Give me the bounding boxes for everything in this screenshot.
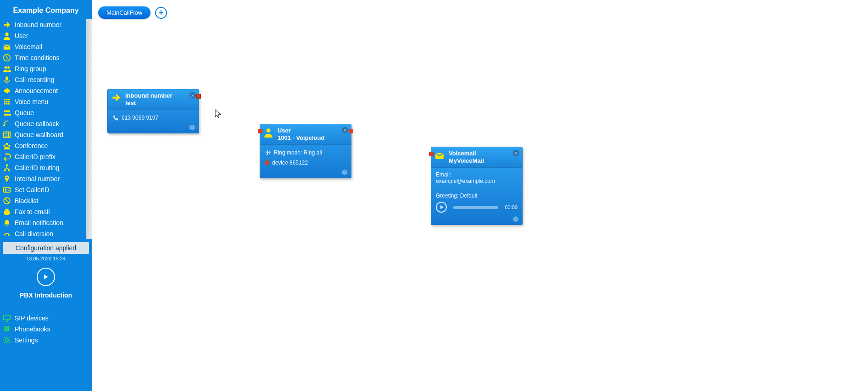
- sidebar-item-ring-group[interactable]: Ring group: [0, 63, 92, 74]
- sidebar-item-call-diversion[interactable]: Call diversion: [0, 228, 92, 239]
- voicemail-play-button[interactable]: [436, 202, 447, 213]
- sidebar-item-inbound-number[interactable]: Inbound number: [0, 19, 92, 30]
- node-title: User: [278, 127, 324, 134]
- node-subtitle: test: [125, 99, 172, 107]
- sidebar-item-blacklist[interactable]: Blacklist: [0, 195, 92, 206]
- node-settings-button[interactable]: [511, 215, 520, 224]
- sidebar-item-conference[interactable]: Conference: [0, 140, 92, 151]
- outgoing-icon: [3, 153, 11, 161]
- config-timestamp: 13.05.2020 15:24: [0, 256, 92, 261]
- sidebar-item-label: User: [15, 31, 28, 40]
- sidebar-item-label: Queue: [15, 108, 34, 117]
- flow-edges: [92, 0, 229, 69]
- sidebar-item-time-conditions[interactable]: Time conditions: [0, 52, 92, 63]
- sidebar-item-announcement[interactable]: Announcement: [0, 85, 92, 96]
- voicemail-greeting: Greeting: Default: [436, 193, 517, 199]
- sidebar-item-label: Phonebooks: [15, 325, 50, 333]
- sidebar: Example Company Inbound numberUserVoicem…: [0, 0, 92, 391]
- sidebar-item-call-recording[interactable]: Call recording: [0, 74, 92, 85]
- mail-icon: [3, 43, 11, 51]
- monitor-icon: [3, 314, 11, 322]
- sidebar-item-label: Fax to email: [15, 207, 50, 216]
- node-subtitle: 1001 - Voipcloud: [278, 134, 324, 142]
- node-header[interactable]: Voicemail MyVoiceMail ✕: [431, 147, 522, 168]
- node-title: Voicemail: [449, 150, 484, 157]
- device-status-dot: [265, 160, 269, 165]
- node-port-in[interactable]: [429, 152, 434, 156]
- voicemail-email-label: Email:: [436, 171, 517, 178]
- ringmode-icon: [265, 149, 271, 156]
- sidebar-item-internal-number[interactable]: Internal number: [0, 173, 92, 184]
- sidebar-item-voicemail[interactable]: Voicemail: [0, 41, 92, 52]
- sidebar-item-queue-wallboard[interactable]: Queue wallboard: [0, 129, 92, 140]
- ban-icon: [3, 197, 11, 205]
- node-header[interactable]: Inbound number test ✕: [108, 89, 199, 110]
- grid-icon: [3, 131, 11, 139]
- sidebar-item-queue-callback[interactable]: Queue callback: [0, 118, 92, 129]
- node-close-button[interactable]: ✕: [513, 150, 519, 156]
- sidebar-item-label: Queue callback: [15, 119, 59, 128]
- route-icon: [3, 164, 11, 172]
- sidebar-scrollbar-thumb[interactable]: [86, 19, 92, 180]
- sidebar-scroll: Inbound numberUserVoicemailTime conditio…: [0, 19, 92, 239]
- sidebar-item-label: Voice menu: [15, 97, 48, 106]
- sidebar-item-email-notification[interactable]: Email notification: [0, 217, 92, 228]
- arrow-right-icon: [111, 92, 122, 103]
- mouse-cursor-icon: [215, 109, 221, 118]
- sidebar-item-label: Voicemail: [15, 42, 42, 51]
- pbx-intro-link[interactable]: PBX Introduction: [0, 292, 92, 299]
- sidebar-item-sip-devices[interactable]: SIP devices: [0, 313, 92, 324]
- keypad-icon: [3, 98, 11, 106]
- mic-icon: [3, 76, 11, 84]
- pin-icon: [3, 175, 11, 183]
- flow-canvas[interactable]: Inbound number test ✕ 613 9069 9197: [92, 0, 868, 391]
- node-user[interactable]: User 1001 - Voipcloud ✕ Ring mode: Ring …: [260, 124, 351, 178]
- node-port-out[interactable]: [196, 94, 201, 99]
- person-icon: [263, 127, 274, 138]
- book-icon: [3, 325, 11, 333]
- node-inbound-number[interactable]: Inbound number test ✕ 613 9069 9197: [107, 89, 199, 133]
- sidebar-item-phonebooks[interactable]: Phonebooks: [0, 324, 92, 335]
- sidebar-item-set-callerid[interactable]: Set CallerID: [0, 184, 92, 195]
- sidebar-item-callerid-prefix[interactable]: CallerID prefix: [0, 151, 92, 162]
- mail-icon: [434, 150, 445, 161]
- sidebar-item-fax-to-email[interactable]: Fax to email: [0, 206, 92, 217]
- node-header[interactable]: User 1001 - Voipcloud ✕: [260, 124, 351, 145]
- phone-icon: [112, 115, 119, 121]
- sidebar-item-label: Set CallerID: [15, 185, 49, 194]
- config-applied-banner: Configuration applied: [3, 242, 89, 254]
- person-icon: [3, 32, 11, 40]
- voicemail-email: example@example.com: [436, 178, 517, 184]
- apply-config-button[interactable]: [37, 268, 55, 286]
- voicemail-progress[interactable]: [453, 206, 498, 209]
- sidebar-item-callerid-routing[interactable]: CallerID routing: [0, 162, 92, 173]
- node-title: Inbound number: [125, 92, 172, 99]
- node-close-button[interactable]: ✕: [189, 92, 196, 99]
- sidebar-item-label: Call diversion: [15, 229, 53, 238]
- diversion-icon: [3, 230, 11, 238]
- sidebar-item-settings[interactable]: Settings: [0, 335, 92, 346]
- node-settings-button[interactable]: [340, 168, 349, 177]
- app-root: Example Company Inbound numberUserVoicem…: [0, 0, 868, 391]
- clock-icon: [3, 54, 11, 62]
- callback-icon: [3, 120, 11, 128]
- sidebar-item-label: CallerID routing: [15, 163, 59, 172]
- fax-icon: [3, 208, 11, 216]
- sidebar-item-queue[interactable]: Queue: [0, 107, 92, 118]
- node-port-in[interactable]: [258, 129, 262, 133]
- node-port-out[interactable]: [349, 129, 353, 133]
- node-close-button[interactable]: ✕: [342, 127, 348, 133]
- sidebar-item-label: Internal number: [15, 174, 60, 183]
- node-voicemail[interactable]: Voicemail MyVoiceMail ✕ Email: example@e…: [431, 147, 523, 225]
- sidebar-item-voice-menu[interactable]: Voice menu: [0, 96, 92, 107]
- sidebar-item-label: Email notification: [15, 218, 63, 227]
- sidebar-nav: Inbound numberUserVoicemailTime conditio…: [0, 19, 92, 239]
- node-subtitle: MyVoiceMail: [449, 157, 484, 165]
- sidebar-item-user[interactable]: User: [0, 30, 92, 41]
- sidebar-item-label: Inbound number: [15, 20, 61, 29]
- flow-canvas-wrap: MainCallFlow + Inbound number: [92, 0, 868, 391]
- sidebar-item-label: Call recording: [15, 75, 54, 84]
- arrow-right-icon: [3, 21, 11, 29]
- cog-icon: [3, 336, 11, 344]
- node-settings-button[interactable]: [188, 123, 197, 132]
